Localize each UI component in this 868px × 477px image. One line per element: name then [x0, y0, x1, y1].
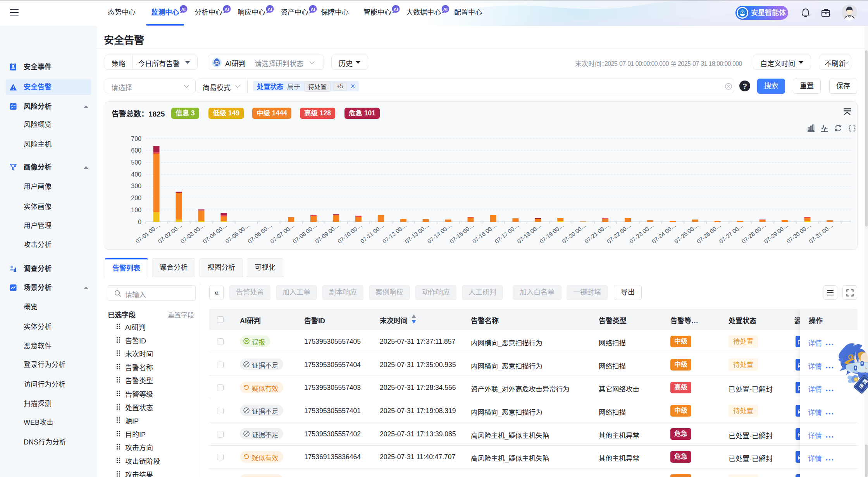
svg-text:AI: AI: [225, 7, 229, 12]
svg-text:07-29 00…: 07-29 00…: [763, 222, 789, 245]
svg-text:07-09 00…: 07-09 00…: [314, 222, 341, 245]
svg-text:07-18 00…: 07-18 00…: [516, 222, 542, 245]
svg-text:07-14 00…: 07-14 00…: [426, 222, 453, 245]
svg-text:07-30 00…: 07-30 00…: [785, 222, 812, 245]
svg-text:07-10 00…: 07-10 00…: [336, 222, 363, 245]
svg-text:0: 0: [138, 219, 141, 225]
svg-text:07-05 00…: 07-05 00…: [224, 222, 251, 245]
svg-text:07-02 00…: 07-02 00…: [157, 222, 183, 245]
svg-text:07-23 00…: 07-23 00…: [628, 222, 655, 245]
svg-text:07-11 00…: 07-11 00…: [359, 222, 386, 244]
svg-text:300: 300: [131, 183, 141, 189]
svg-text:AI: AI: [394, 7, 398, 12]
svg-text:07-26 00…: 07-26 00…: [696, 222, 722, 245]
svg-text:07-01 00…: 07-01 00…: [134, 222, 161, 245]
svg-text:07-20 00…: 07-20 00…: [561, 222, 587, 245]
svg-text:07-31 00…: 07-31 00…: [808, 222, 834, 245]
svg-text:07-16 00…: 07-16 00…: [471, 222, 498, 245]
svg-text:07-27 00…: 07-27 00…: [718, 222, 745, 245]
svg-text:07-08 00…: 07-08 00…: [291, 222, 318, 245]
svg-text:AI: AI: [181, 7, 186, 12]
svg-text:07-12 00…: 07-12 00…: [381, 222, 408, 245]
svg-text:07-24 00…: 07-24 00…: [651, 222, 677, 245]
svg-text:07-21 00…: 07-21 00…: [583, 222, 610, 245]
svg-text:07-06 00…: 07-06 00…: [246, 222, 273, 245]
svg-text:700: 700: [131, 136, 141, 142]
svg-text:200: 200: [131, 195, 141, 201]
svg-text:AI: AI: [268, 7, 272, 12]
svg-text:AI: AI: [443, 7, 448, 12]
svg-text:07-22 00…: 07-22 00…: [606, 222, 632, 245]
svg-text:07-04 00…: 07-04 00…: [202, 222, 228, 245]
svg-text:07-17 00…: 07-17 00…: [493, 222, 520, 245]
svg-text:07-19 00…: 07-19 00…: [538, 222, 565, 245]
svg-text:07-07 00…: 07-07 00…: [269, 222, 296, 245]
svg-text:600: 600: [131, 147, 141, 154]
svg-text:AI: AI: [311, 7, 315, 12]
svg-text:07-03 00…: 07-03 00…: [179, 222, 206, 245]
svg-text:400: 400: [131, 171, 141, 178]
svg-text:07-28 00…: 07-28 00…: [740, 222, 767, 245]
svg-text:07-15 00…: 07-15 00…: [448, 222, 475, 245]
svg-text:?: ?: [742, 82, 747, 90]
svg-text:500: 500: [131, 159, 141, 166]
svg-text:07-25 00…: 07-25 00…: [673, 222, 700, 245]
svg-text:07-13 00…: 07-13 00…: [404, 222, 431, 245]
svg-text:100: 100: [131, 207, 141, 213]
